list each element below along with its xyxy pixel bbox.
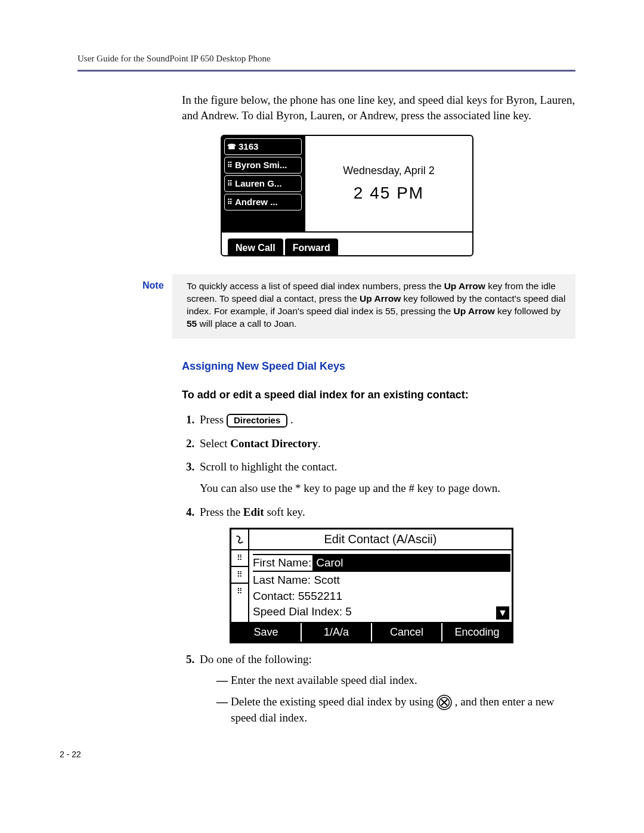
speed-dial-label: Lauren G... xyxy=(235,178,281,190)
speed-dial-key[interactable]: ⠿ Andrew ... xyxy=(224,194,302,210)
step-3: Scroll to highlight the contact. You can… xyxy=(197,459,575,496)
softkey-save[interactable]: Save xyxy=(231,623,302,641)
phone-line-icon xyxy=(231,529,249,549)
heading-to-add: To add or edit a speed dial index for an… xyxy=(182,388,575,402)
softkey-input-mode[interactable]: 1/A/a xyxy=(302,623,372,641)
speed-dial-key[interactable]: ⠿ Byron Smi... xyxy=(224,157,302,174)
line-key-main[interactable]: ☎ 3163 xyxy=(224,138,302,155)
grid-icon: ⠿ xyxy=(227,160,233,170)
first-name-field[interactable]: First Name: Carol xyxy=(253,554,510,572)
phone-time: 2 45 PM xyxy=(354,182,424,205)
step-2: Select Contact Directory. xyxy=(197,436,575,451)
grid-icon: ⠿ xyxy=(231,567,248,584)
steps-list: Press Directories . Select Contact Direc… xyxy=(182,412,575,726)
speed-dial-label: Byron Smi... xyxy=(235,159,287,171)
speed-dial-key[interactable]: ⠿ Lauren G... xyxy=(224,175,302,192)
grid-icon: ⠿ xyxy=(227,197,233,207)
heading-assigning: Assigning New Speed Dial Keys xyxy=(182,359,575,373)
step-5a: Enter the next available speed dial inde… xyxy=(216,673,575,688)
grid-icon: ⠿ xyxy=(231,584,248,599)
phone-date: Wednesday, April 2 xyxy=(343,163,434,178)
note-label: Note xyxy=(134,274,172,339)
running-header: User Guide for the SoundPoint IP 650 Des… xyxy=(78,54,575,70)
grid-icon: ⠿ xyxy=(231,550,248,567)
speed-dial-label: Andrew ... xyxy=(235,196,278,208)
scroll-down-icon[interactable]: ▼ xyxy=(496,606,509,620)
edit-title: Edit Contact (A/Ascii) xyxy=(249,529,512,549)
step-5b: Delete the existing speed dial index by … xyxy=(216,694,575,726)
page-number: 2 - 22 xyxy=(60,750,575,759)
softkey-cancel[interactable]: Cancel xyxy=(372,623,442,641)
step-5: Do one of the following: Enter the next … xyxy=(197,652,575,726)
step-1: Press Directories . xyxy=(197,412,575,428)
softkey-new-call[interactable]: New Call xyxy=(228,239,283,256)
note-block: Note To quickly access a list of speed d… xyxy=(134,274,575,339)
contact-field[interactable]: Contact: 5552211 xyxy=(253,589,510,604)
softkey-forward[interactable]: Forward xyxy=(285,239,338,256)
line-keys-column: ☎ 3163 ⠿ Byron Smi... ⠿ Lauren G... ⠿ An… xyxy=(222,136,305,231)
step-4: Press the Edit soft key. Edit Contact (A… xyxy=(197,504,575,643)
edit-contact-figure: Edit Contact (A/Ascii) ⠿ ⠿ ⠿ First Name: xyxy=(230,528,513,643)
phone-idle-figure: ☎ 3163 ⠿ Byron Smi... ⠿ Lauren G... ⠿ An… xyxy=(221,135,473,256)
line-number: 3163 xyxy=(239,141,258,153)
note-text: To quickly access a list of speed dial i… xyxy=(187,280,567,330)
softkey-encoding[interactable]: Encoding xyxy=(442,623,512,641)
last-name-field[interactable]: Last Name: Scott xyxy=(253,572,510,588)
speed-dial-index-field[interactable]: Speed Dial Index: 5 xyxy=(253,604,510,620)
phone-icon: ☎ xyxy=(227,142,236,151)
intro-paragraph: In the figure below, the phone has one l… xyxy=(182,92,575,123)
directories-button[interactable]: Directories xyxy=(227,414,287,428)
header-rule xyxy=(78,70,575,72)
delete-x-icon xyxy=(436,695,452,710)
grid-icon: ⠿ xyxy=(227,179,233,188)
